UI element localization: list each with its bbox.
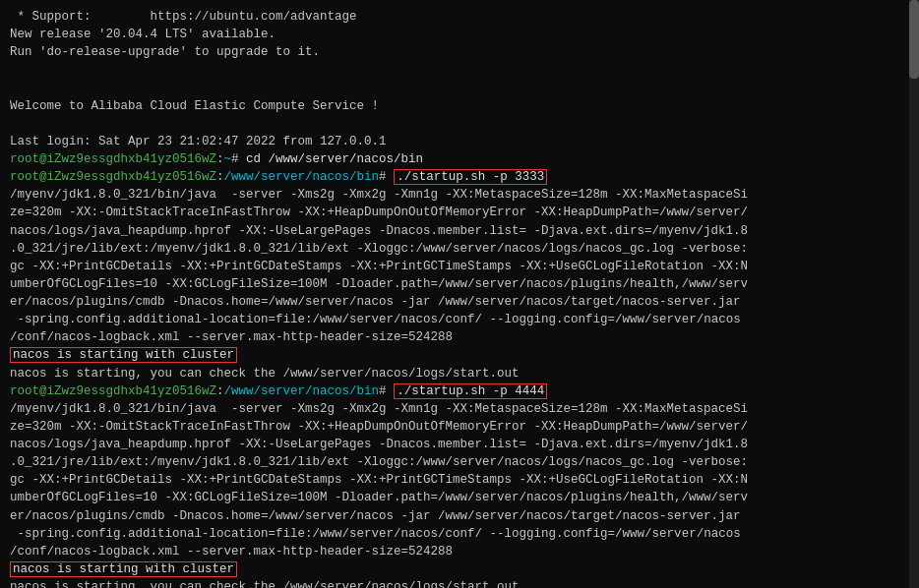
- terminal-line: nacos is starting, you can check the /ww…: [10, 365, 909, 382]
- terminal-line: /myenv/jdk1.8.0_321/bin/java -server -Xm…: [10, 186, 909, 204]
- terminal-line: [10, 61, 909, 79]
- terminal-line: New release '20.04.4 LTS' available.: [10, 26, 909, 43]
- terminal-line: Last login: Sat Apr 23 21:02:47 2022 fro…: [10, 133, 909, 150]
- terminal-line: umberOfGCLogFiles=10 -XX:GCLogFileSize=1…: [10, 489, 909, 506]
- terminal-line: [10, 115, 909, 133]
- terminal-line: ze=320m -XX:-OmitStackTraceInFastThrow -…: [10, 204, 909, 221]
- terminal-line: * Support: https://ubuntu.com/advantage: [10, 8, 909, 26]
- terminal-line: /conf/nacos-logback.xml --server.max-htt…: [10, 543, 909, 560]
- terminal-line: Welcome to Alibaba Cloud Elastic Compute…: [10, 97, 909, 115]
- terminal-line: Run 'do-release-upgrade' to upgrade to i…: [10, 43, 909, 61]
- terminal-line: gc -XX:+PrintGCDetails -XX:+PrintGCDateS…: [10, 471, 909, 489]
- terminal[interactable]: * Support: https://ubuntu.com/advantageN…: [0, 0, 919, 588]
- terminal-line: nacos is starting with cluster: [10, 346, 909, 364]
- terminal-line: er/nacos/plugins/cmdb -Dnacos.home=/www/…: [10, 293, 909, 311]
- terminal-line: nacos/logs/java_heapdump.hprof -XX:-UseL…: [10, 436, 909, 453]
- terminal-line: /myenv/jdk1.8.0_321/bin/java -server -Xm…: [10, 400, 909, 418]
- terminal-line: [10, 80, 909, 97]
- terminal-line: -spring.config.additional-location=file:…: [10, 525, 909, 543]
- terminal-content: * Support: https://ubuntu.com/advantageN…: [10, 8, 909, 588]
- terminal-line: root@iZwz9essgdhxb41yz0516wZ:/www/server…: [10, 382, 909, 400]
- scrollbar-thumb[interactable]: [909, 0, 919, 79]
- terminal-line: gc -XX:+PrintGCDetails -XX:+PrintGCDateS…: [10, 258, 909, 275]
- terminal-line: /conf/nacos-logback.xml --server.max-htt…: [10, 328, 909, 346]
- terminal-line: ze=320m -XX:-OmitStackTraceInFastThrow -…: [10, 418, 909, 436]
- terminal-line: umberOfGCLogFiles=10 -XX:GCLogFileSize=1…: [10, 275, 909, 293]
- terminal-line: nacos is starting with cluster: [10, 560, 909, 578]
- scrollbar[interactable]: [909, 0, 919, 588]
- terminal-line: nacos is starting, you can check the /ww…: [10, 578, 909, 588]
- terminal-line: er/nacos/plugins/cmdb -Dnacos.home=/www/…: [10, 507, 909, 525]
- terminal-line: root@iZwz9essgdhxb41yz0516wZ:/www/server…: [10, 168, 909, 186]
- terminal-line: root@iZwz9essgdhxb41yz0516wZ:~# cd /www/…: [10, 150, 909, 168]
- terminal-line: .0_321/jre/lib/ext:/myenv/jdk1.8.0_321/l…: [10, 453, 909, 471]
- terminal-line: .0_321/jre/lib/ext:/myenv/jdk1.8.0_321/l…: [10, 240, 909, 258]
- terminal-line: nacos/logs/java_heapdump.hprof -XX:-UseL…: [10, 222, 909, 240]
- terminal-line: -spring.config.additional-location=file:…: [10, 311, 909, 328]
